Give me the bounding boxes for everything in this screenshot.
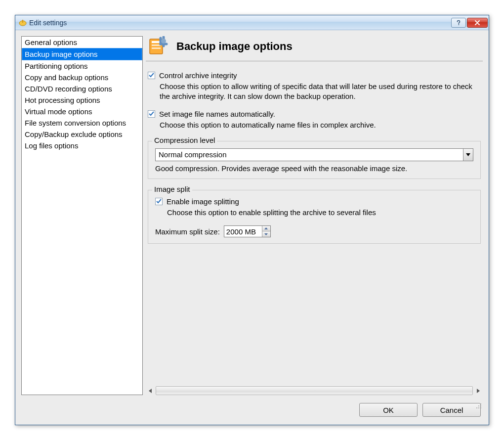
autoname-desc: Choose this option to automatically name… <box>160 120 481 130</box>
cancel-button[interactable]: Cancel <box>422 403 481 417</box>
autoname-label: Set image file names automatically. <box>159 110 275 118</box>
horizontal-scrollbar[interactable] <box>146 386 483 395</box>
svg-point-7 <box>161 39 166 44</box>
sidebar-item-hot-processing[interactable]: Hot processing options <box>22 94 142 106</box>
integrity-desc: Choose this option to allow writing of s… <box>160 82 481 102</box>
svg-point-9 <box>478 405 479 406</box>
sidebar-item-partitioning[interactable]: Partitioning options <box>22 60 142 72</box>
titlebar-buttons <box>451 18 488 28</box>
integrity-label: Control archive integrity <box>159 71 237 80</box>
dialog-buttons: OK Cancel <box>21 395 483 419</box>
svg-point-12 <box>478 407 479 408</box>
svg-point-10 <box>480 405 481 406</box>
svg-rect-1 <box>22 20 23 23</box>
spinner-up-button[interactable] <box>262 226 270 231</box>
autoname-option: Set image file names automatically. Choo… <box>148 110 481 130</box>
sidebar-item-log-files[interactable]: Log files options <box>22 140 142 151</box>
split-group-title: Image split <box>152 185 192 193</box>
svg-rect-4 <box>152 41 161 43</box>
dialog-body: General options Backup image options Par… <box>15 30 489 425</box>
sidebar-item-fs-conversion[interactable]: File system conversion options <box>22 117 142 129</box>
dialog-window: Edit settings General options Backup ima… <box>15 15 489 425</box>
scroll-left-icon[interactable] <box>146 386 155 395</box>
app-icon <box>18 18 27 27</box>
svg-point-11 <box>476 407 477 408</box>
sidebar-item-backup-image[interactable]: Backup image options <box>22 48 142 60</box>
compression-group-title: Compression level <box>152 136 217 144</box>
main-panel: Backup image options Control archive int… <box>146 36 483 395</box>
panel-content: Control archive integrity Choose this op… <box>146 71 483 383</box>
panel-header: Backup image options <box>146 36 483 61</box>
svg-rect-6 <box>152 47 161 49</box>
split-size-spinner <box>224 225 271 237</box>
spinner-down-button[interactable] <box>262 231 270 237</box>
sidebar-item-virtual-mode[interactable]: Virtual mode options <box>22 106 142 117</box>
close-button[interactable] <box>467 18 488 28</box>
help-button[interactable] <box>451 18 466 28</box>
titlebar: Edit settings <box>15 15 489 30</box>
integrity-checkbox[interactable] <box>148 72 155 79</box>
split-group: Image split Enable image splitting Choos… <box>148 190 481 244</box>
svg-rect-5 <box>152 44 161 46</box>
split-size-row: Maximum split size: <box>155 225 473 237</box>
window-title: Edit settings <box>29 19 451 27</box>
integrity-option: Control archive integrity Choose this op… <box>148 71 481 102</box>
split-size-input[interactable] <box>224 226 262 237</box>
sidebar-item-exclude[interactable]: Copy/Backup exclude options <box>22 129 142 140</box>
svg-point-8 <box>480 403 481 404</box>
split-enable-label: Enable image splitting <box>167 197 239 206</box>
sidebar-item-copy-backup[interactable]: Copy and backup options <box>22 72 142 83</box>
compression-dropdown[interactable]: Normal compression <box>155 148 473 161</box>
panel-title: Backup image options <box>176 40 293 53</box>
sidebar: General options Backup image options Par… <box>21 36 143 395</box>
settings-icon <box>148 36 168 57</box>
compression-desc: Good compression. Provides average speed… <box>155 164 473 173</box>
scroll-right-icon[interactable] <box>474 386 483 395</box>
autoname-checkbox[interactable] <box>148 110 155 118</box>
svg-point-13 <box>480 407 481 408</box>
split-enable-checkbox[interactable] <box>155 198 163 205</box>
sidebar-item-cd-dvd[interactable]: CD/DVD recording options <box>22 83 142 94</box>
dropdown-arrow-icon <box>463 149 473 161</box>
content-area: General options Backup image options Par… <box>21 36 483 395</box>
split-size-label: Maximum split size: <box>155 227 220 236</box>
scroll-track[interactable] <box>156 386 473 395</box>
svg-point-2 <box>459 24 460 25</box>
compression-value: Normal compression <box>159 150 463 159</box>
resize-grip-icon[interactable] <box>475 402 482 409</box>
panel-rule <box>146 61 483 61</box>
compression-group: Compression level Normal compression Goo… <box>148 141 481 179</box>
split-enable-desc: Choose this option to enable splitting t… <box>167 208 473 218</box>
sidebar-item-general[interactable]: General options <box>22 37 142 48</box>
ok-button[interactable]: OK <box>359 403 418 417</box>
